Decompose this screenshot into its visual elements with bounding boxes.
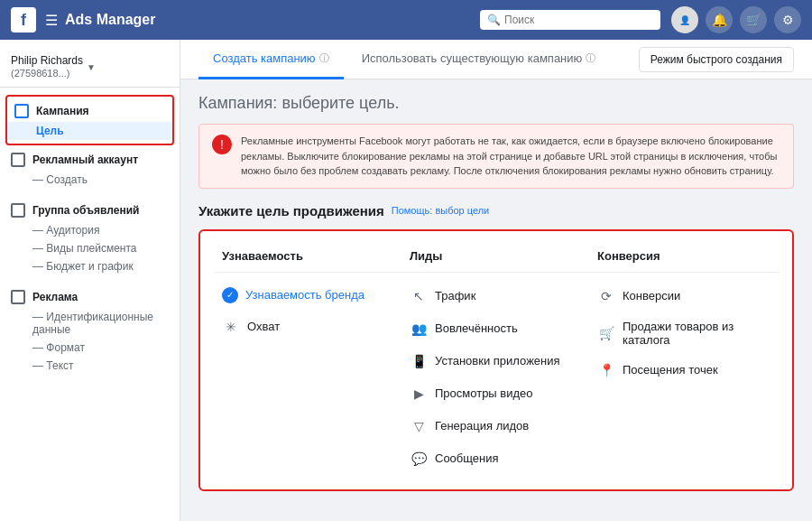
column-conversion-header: Конверсия [590,246,778,273]
avatar[interactable]: 👤 [671,6,698,33]
account-selector[interactable]: Philip Richards (27598618...) ▼ [0,47,180,88]
column-awareness: Узнаваемость ✓ Узнаваемость бренда ✳ Охв… [215,246,402,475]
campaign-icon [14,104,29,118]
search-box[interactable]: 🔍 [480,10,660,30]
app-title: Ads Manager [65,12,155,28]
video-icon: ▶ [410,385,428,403]
column-conversion: Конверсия ⟳ Конверсии 🛒 Продажи товаров … [590,246,778,475]
search-icon: 🔍 [487,14,501,26]
goal-brand-awareness[interactable]: ✓ Узнаваемость бренда [215,280,402,311]
ads-icon [11,290,25,304]
goal-video-views-label: Просмотры видео [435,386,533,400]
goal-video-views[interactable]: ▶ Просмотры видео [402,377,590,410]
goal-engagement[interactable]: 👥 Вовлечённость [402,312,590,345]
ads-section: Реклама — Идентификационные данные — Фор… [0,286,180,375]
facebook-logo: f [11,7,36,33]
refresh-icon: ⟳ [597,287,615,305]
main-content: Создать кампанию ⓘ Использовать существу… [180,40,812,521]
warning-icon: ! [212,135,232,154]
goal-lead-gen[interactable]: ▽ Генерация лидов [402,410,590,442]
column-awareness-header: Узнаваемость [215,246,402,273]
chat-icon: 💬 [410,450,428,468]
ad-group-section: Группа объявлений — Аудитория — Виды пле… [0,200,180,275]
goal-messages-label: Сообщения [435,451,499,465]
page-title: Кампания: выберите цель. [198,94,794,113]
ad-account-label: Рекламный аккаунт [32,154,138,166]
cart-icon[interactable]: 🛒 [740,6,767,33]
filter-icon: ▽ [410,417,428,435]
column-leads: Лиды ↖ Трафик 👥 Вовлечённость 📱 Установк… [402,246,590,475]
ads-label: Реклама [32,291,78,303]
tab-existing-label: Использовать существующую кампанию [362,51,583,65]
page-title-sub: выберите цель. [277,94,399,112]
top-navigation: f ☰ Ads Manager 🔍 👤 🔔 🛒 ⚙ [0,0,812,40]
goal-reach-label: Охват [247,320,280,333]
goal-traffic[interactable]: ↖ Трафик [402,280,590,312]
goals-grid: Узнаваемость ✓ Узнаваемость бренда ✳ Охв… [198,229,794,491]
nav-icons: 👤 🔔 🛒 ⚙ [671,6,801,33]
goal-traffic-label: Трафик [435,289,475,302]
sidebar-item-format[interactable]: — Формат [0,339,180,357]
ads-header: Реклама [0,286,180,308]
sidebar-item-audience[interactable]: — Аудитория [0,221,180,239]
goal-brand-awareness-label: Узнаваемость бренда [245,288,364,302]
sidebar: Philip Richards (27598618...) ▼ Кампания… [0,40,180,521]
phone-icon: 📱 [410,352,428,370]
sidebar-item-placements[interactable]: — Виды плейсмента [0,239,180,257]
cursor-icon: ↖ [410,287,428,305]
reach-icon: ✳ [222,318,240,336]
goal-engagement-label: Вовлечённость [435,321,518,335]
dropdown-arrow-icon: ▼ [87,62,96,72]
selected-check-icon: ✓ [222,287,238,303]
settings-icon[interactable]: ⚙ [774,6,801,33]
people-icon: 👥 [410,320,428,338]
tab-existing-campaign[interactable]: Использовать существующую кампанию ⓘ [347,40,611,79]
tab-create-label: Создать кампанию [213,51,316,65]
sidebar-item-text[interactable]: — Текст [0,357,180,375]
tab-existing-help-icon: ⓘ [586,51,595,65]
goal-conversions[interactable]: ⟳ Конверсии [590,280,778,312]
sidebar-item-create[interactable]: — Создать [0,171,180,189]
sidebar-item-goal[interactable]: Цель [7,122,172,140]
goal-section-title: Укажите цель продвижения Помощь: выбор ц… [198,203,794,219]
location-icon: 📍 [597,361,615,379]
goal-conversions-label: Конверсии [623,289,680,302]
ad-account-section: Рекламный аккаунт — Создать [0,149,180,189]
goal-section: Укажите цель продвижения Помощь: выбор ц… [198,203,794,491]
ad-account-icon [11,153,25,167]
goal-lead-gen-label: Генерация лидов [435,419,529,433]
goal-messages[interactable]: 💬 Сообщения [402,442,590,475]
warning-banner: ! Рекламные инструменты Facebook могут р… [198,124,794,189]
tab-create-help-icon: ⓘ [319,51,329,65]
cart-icon: 🛒 [597,324,615,342]
goal-store-visits[interactable]: 📍 Посещения точек [590,354,778,386]
bell-icon[interactable]: 🔔 [706,6,733,33]
account-name: Philip Richards [11,54,83,67]
goal-store-visits-label: Посещения точек [623,363,718,377]
sub-navigation: Создать кампанию ⓘ Использовать существу… [180,40,812,79]
ad-account-header: Рекламный аккаунт [0,149,180,171]
quick-create-button[interactable]: Режим быстрого создания [639,47,794,72]
hamburger-icon[interactable]: ☰ [45,12,58,29]
column-leads-header: Лиды [402,246,590,273]
search-input[interactable] [504,14,653,26]
sidebar-item-budget[interactable]: — Бюджет и график [0,257,180,275]
goal-app-installs[interactable]: 📱 Установки приложения [402,345,590,377]
campaign-section: Кампания Цель [5,95,174,145]
campaign-label: Кампания [36,105,89,117]
account-id: (27598618...) [11,68,69,79]
ad-group-label: Группа объявлений [32,204,139,217]
goal-catalog-sales-label: Продажи товаров из каталога [623,320,770,347]
goal-catalog-sales[interactable]: 🛒 Продажи товаров из каталога [590,312,778,354]
sidebar-item-identity[interactable]: — Идентификационные данные [0,308,180,339]
ad-group-icon [11,203,25,218]
help-link[interactable]: Помощь: выбор цели [392,205,489,216]
campaign-section-header: Кампания [7,100,172,122]
tab-create-campaign[interactable]: Создать кампанию ⓘ [198,40,344,79]
goal-reach[interactable]: ✳ Охват [215,311,402,343]
goal-app-installs-label: Установки приложения [435,354,560,367]
ad-group-header: Группа объявлений [0,200,180,221]
warning-text: Рекламные инструменты Facebook могут раб… [241,134,780,179]
